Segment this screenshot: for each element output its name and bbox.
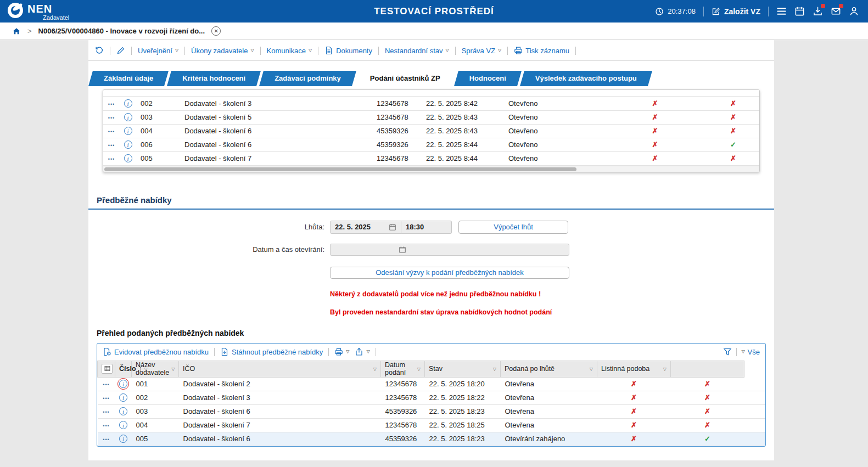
filter-icon[interactable]: ▽: [663, 367, 667, 372]
edit-button[interactable]: [116, 46, 125, 55]
table-row[interactable]: ••• i 003 Dodavatel - školení 5 12345678…: [103, 110, 760, 124]
tab-podani-ucastniku-zp[interactable]: Podání účastníků ZP: [357, 71, 453, 86]
breadcrumb-record[interactable]: N006/25/V00004860 - Inovace v rozvoji ří…: [38, 27, 205, 35]
oteviran-datetime-input[interactable]: [330, 244, 569, 256]
calendar-button[interactable]: [794, 6, 805, 16]
table-row[interactable]: ••• i 001 Dodavatel - školení 2 12345678…: [98, 377, 766, 391]
close-record-icon[interactable]: ✕: [211, 26, 221, 36]
row-actions-icon[interactable]: •••: [108, 102, 115, 107]
table-row[interactable]: ••• i 005 Dodavatel - školení 7 12345678…: [103, 151, 760, 165]
home-icon[interactable]: [12, 27, 21, 36]
col-listinna-podoba[interactable]: Listinná podoba▽: [597, 361, 671, 377]
menu-sprava-vz[interactable]: Správa VZ▽: [462, 47, 502, 55]
col-ico[interactable]: IČO▽: [179, 361, 381, 377]
tab-hodnoceni[interactable]: Hodnocení: [456, 71, 519, 86]
separator: [214, 348, 215, 356]
cell-datum: 22. 5. 2025 8:43: [422, 124, 504, 138]
info-icon[interactable]: i: [119, 407, 127, 415]
col-cislo[interactable]: Číslo↑▽: [115, 361, 132, 377]
info-icon[interactable]: i: [124, 127, 132, 135]
info-icon[interactable]: i: [119, 380, 127, 388]
row-actions-icon[interactable]: •••: [108, 143, 115, 148]
section-title: Předběžné nabídky: [97, 195, 774, 205]
vypocet-lhut-button[interactable]: Výpočet lhůt: [458, 221, 568, 234]
calendar-icon[interactable]: [389, 223, 396, 231]
history-button[interactable]: [95, 46, 104, 55]
stahnout-nabidky-button[interactable]: Stáhnout předběžné nabídky: [220, 347, 323, 356]
menu-uverejneni[interactable]: Uveřejnění▽: [138, 47, 178, 55]
table-row[interactable]: ••• i 002 Dodavatel - školení 3 12345678…: [103, 97, 760, 110]
cell-ico: 45359326: [372, 124, 422, 138]
table-row[interactable]: ••• i 003 Dodavatel - školení 6 45359326…: [98, 404, 766, 418]
profile-button[interactable]: [849, 6, 859, 16]
menu-komunikace[interactable]: Komunikace▽: [267, 47, 312, 55]
warning-nonstandard-state: Byl proveden nestandardní stav úprava na…: [330, 308, 774, 316]
odeslani-vyzvy-button[interactable]: Odeslání výzvy k podání předběžných nabí…: [330, 267, 569, 279]
po-lhute-mark: ✗: [652, 127, 658, 135]
listinna-mark: ✓: [730, 140, 736, 149]
filter-icon[interactable]: ▽: [493, 367, 496, 372]
lhuta-time-input[interactable]: 18:30: [401, 221, 452, 234]
filter-vse-dropdown[interactable]: ▽ Vše: [741, 348, 760, 356]
row-actions-icon[interactable]: •••: [103, 423, 109, 429]
filter-icon[interactable]: ▽: [373, 367, 377, 372]
table-row[interactable]: ••• i 004 Dodavatel - školení 7 12345678…: [98, 418, 766, 432]
col-podana-po-lhute[interactable]: Podaná po lhůtě▽: [501, 361, 597, 377]
info-icon[interactable]: i: [124, 140, 132, 149]
create-vz-button[interactable]: Založit VZ: [712, 7, 760, 16]
menu-dokumenty[interactable]: Dokumenty: [324, 46, 372, 55]
offers-table: Číslo↑▽ Název dodavatele▽ IČO▽ Datum pod…: [97, 361, 765, 446]
offers-panel: Evidovat předběžnou nabídku Stáhnout pře…: [97, 343, 766, 447]
col-nazev-dodavatele[interactable]: Název dodavatele▽: [132, 361, 179, 377]
info-icon[interactable]: i: [124, 113, 132, 121]
top-bar: NEN Zadavatel TESTOVACÍ PROSTŘEDÍ 20:37:…: [0, 0, 868, 22]
cell-ico: 12345678: [372, 151, 422, 165]
row-actions-icon[interactable]: •••: [108, 156, 115, 162]
filter-icon[interactable]: ▽: [171, 367, 175, 372]
tab-zadavaci-podminky[interactable]: Zadávací podmínky: [261, 71, 354, 86]
offers-toolbar: Evidovat předběžnou nabídku Stáhnout pře…: [97, 344, 765, 361]
menu-ukony-zadavatele[interactable]: Úkony zadavatele▽: [191, 47, 254, 55]
separator: [768, 7, 769, 16]
lhuta-date-input[interactable]: 22. 5. 2025: [330, 221, 401, 234]
calendar-icon: [399, 246, 406, 254]
menu-tisk-zaznamu[interactable]: Tisk záznamu: [514, 46, 569, 55]
row-actions-icon[interactable]: •••: [103, 382, 109, 387]
table-row[interactable]: ••• i 004 Dodavatel - školení 6 45359326…: [103, 124, 760, 138]
info-icon[interactable]: i: [119, 393, 127, 402]
row-actions-icon[interactable]: •••: [103, 396, 109, 401]
print-menu-button[interactable]: ▽: [334, 347, 349, 356]
listinna-mark: ✗: [730, 99, 736, 108]
scrollbar-thumb[interactable]: [104, 167, 576, 171]
filter-icon[interactable]: ▽: [417, 367, 421, 372]
table-row[interactable]: ••• i 005 Dodavatel - školení 6 45359326…: [98, 432, 766, 446]
filter-button[interactable]: [723, 347, 732, 356]
cell-nazev: Dodavatel - školení 7: [180, 151, 372, 165]
info-icon[interactable]: i: [119, 421, 127, 429]
info-icon[interactable]: i: [124, 154, 132, 162]
tab-kriteria-hodnoceni[interactable]: Kritéria hodnocení: [169, 71, 259, 86]
evidovat-nabidku-button[interactable]: Evidovat předběžnou nabídku: [103, 347, 209, 356]
po-lhute-mark: ✗: [631, 393, 637, 402]
row-actions-icon[interactable]: •••: [108, 115, 115, 121]
separator: [378, 47, 379, 55]
table-row-partial[interactable]: [103, 90, 759, 97]
table-row[interactable]: ••• i 002 Dodavatel - školení 3 12345678…: [98, 391, 766, 404]
grid-icon[interactable]: [102, 364, 113, 374]
tab-vysledek-zadavaciho-postupu[interactable]: Výsledek zadávacího postupu: [522, 71, 650, 86]
row-actions-icon[interactable]: •••: [108, 129, 115, 134]
export-menu-button[interactable]: ▽: [355, 347, 369, 356]
table-row[interactable]: ••• i 006 Dodavatel - školení 6 45359326…: [103, 138, 760, 151]
menu-button[interactable]: [776, 6, 787, 16]
col-stav[interactable]: Stav▽: [425, 361, 501, 377]
messages-button[interactable]: [831, 6, 841, 16]
tab-zakladni-udaje[interactable]: Základní údaje: [91, 71, 166, 86]
downloads-button[interactable]: [813, 6, 823, 16]
filter-icon[interactable]: ▽: [590, 367, 593, 372]
row-actions-icon[interactable]: •••: [103, 437, 109, 442]
info-icon[interactable]: i: [119, 435, 127, 443]
info-icon[interactable]: i: [124, 99, 132, 108]
row-actions-icon[interactable]: •••: [103, 409, 109, 415]
menu-nestandardni-stav[interactable]: Nestandardní stav▽: [385, 47, 449, 55]
col-datum-podani[interactable]: Datum podání▽: [381, 361, 425, 377]
